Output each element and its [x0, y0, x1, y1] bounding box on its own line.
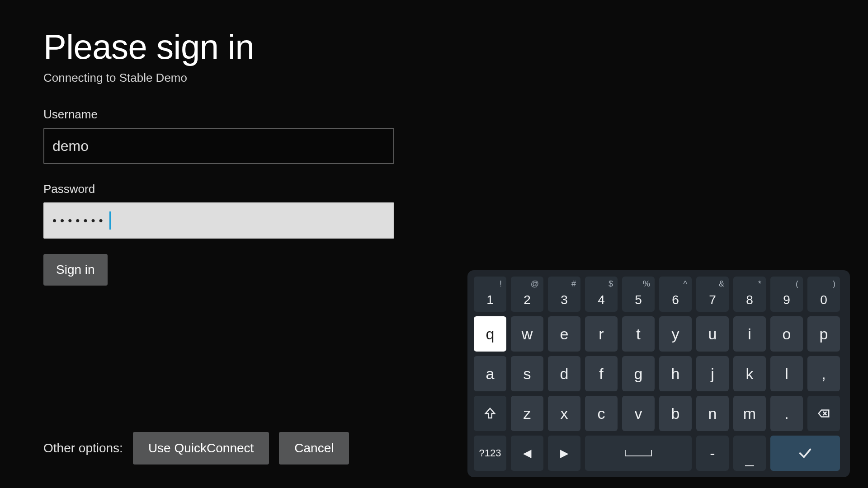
key-y[interactable]: y — [659, 316, 692, 352]
key-comma[interactable]: , — [807, 356, 840, 391]
other-options-label: Other options: — [43, 441, 123, 455]
key-b[interactable]: b — [659, 396, 692, 431]
key-6[interactable]: ^6 — [659, 277, 692, 312]
key-q[interactable]: q — [474, 316, 506, 352]
page-title: Please sign in — [43, 27, 396, 66]
key-9[interactable]: (9 — [770, 277, 803, 312]
key-c[interactable]: c — [585, 396, 618, 431]
cancel-button[interactable]: Cancel — [279, 432, 349, 465]
key-5[interactable]: %5 — [622, 277, 655, 312]
key-3[interactable]: #3 — [548, 277, 580, 312]
password-label: Password — [43, 182, 396, 196]
key-4[interactable]: $4 — [585, 277, 618, 312]
signin-button[interactable]: Sign in — [43, 254, 108, 286]
onscreen-keyboard: !1@2#3$4%5^6&7*8(9)0 qwertyuiop asdfghjk… — [467, 270, 850, 477]
key-s[interactable]: s — [511, 356, 543, 391]
username-label: Username — [43, 108, 396, 122]
key-2[interactable]: @2 — [511, 277, 543, 312]
key-m[interactable]: m — [733, 396, 766, 431]
key-k[interactable]: k — [733, 356, 766, 391]
quickconnect-button[interactable]: Use QuickConnect — [133, 432, 269, 465]
key-a[interactable]: a — [474, 356, 506, 391]
key-p[interactable]: p — [807, 316, 840, 352]
key-n[interactable]: n — [696, 396, 729, 431]
key-space[interactable] — [585, 436, 692, 471]
key-d[interactable]: d — [548, 356, 580, 391]
key-v[interactable]: v — [622, 396, 655, 431]
key-7[interactable]: &7 — [696, 277, 729, 312]
page-subtitle: Connecting to Stable Demo — [43, 71, 396, 85]
username-input[interactable] — [43, 128, 394, 164]
key-x[interactable]: x — [548, 396, 580, 431]
key-i[interactable]: i — [733, 316, 766, 352]
key-underscore[interactable]: _ — [733, 436, 766, 471]
key-left[interactable]: ◀ — [511, 436, 543, 471]
password-input[interactable]: ••••••• — [43, 202, 394, 239]
text-cursor — [109, 211, 111, 230]
key-g[interactable]: g — [622, 356, 655, 391]
key-o[interactable]: o — [770, 316, 803, 352]
key-backspace[interactable] — [807, 396, 840, 431]
key-t[interactable]: t — [622, 316, 655, 352]
key-j[interactable]: j — [696, 356, 729, 391]
key-dash[interactable]: - — [696, 436, 729, 471]
key-0[interactable]: )0 — [807, 277, 840, 312]
key-f[interactable]: f — [585, 356, 618, 391]
key-mode[interactable]: ?123 — [474, 436, 506, 471]
key-w[interactable]: w — [511, 316, 543, 352]
password-masked-value: ••••••• — [52, 214, 107, 228]
key-enter[interactable] — [770, 436, 840, 471]
key-e[interactable]: e — [548, 316, 580, 352]
key-8[interactable]: *8 — [733, 277, 766, 312]
key-shift[interactable] — [474, 396, 506, 431]
key-r[interactable]: r — [585, 316, 618, 352]
key-l[interactable]: l — [770, 356, 803, 391]
key-right[interactable]: ▶ — [548, 436, 580, 471]
key-h[interactable]: h — [659, 356, 692, 391]
key-period[interactable]: . — [770, 396, 803, 431]
key-u[interactable]: u — [696, 316, 729, 352]
key-z[interactable]: z — [511, 396, 543, 431]
key-1[interactable]: !1 — [474, 277, 506, 312]
